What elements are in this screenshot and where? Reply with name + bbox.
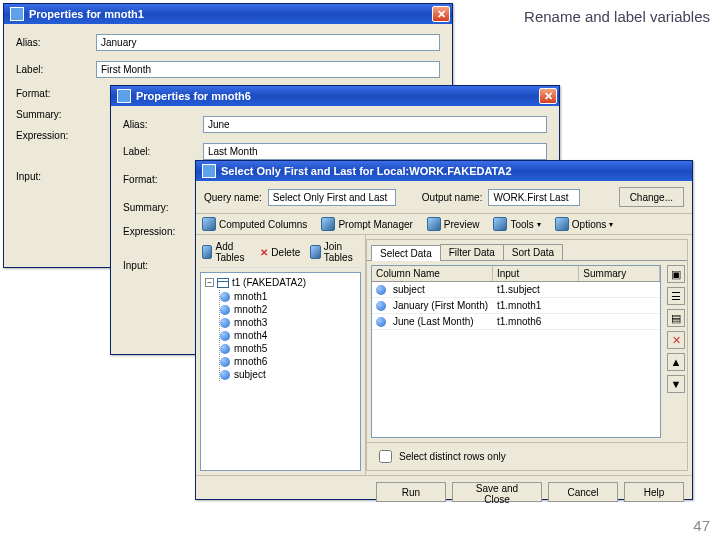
tree-item[interactable]: mnoth4	[220, 329, 356, 342]
summary-label: Summary:	[16, 109, 96, 120]
alias-input[interactable]	[203, 116, 547, 133]
selectall-icon: ▣	[671, 268, 681, 281]
grid-header-summary[interactable]: Summary	[579, 266, 660, 281]
distinct-checkbox[interactable]	[379, 450, 392, 463]
table-icon	[217, 278, 229, 288]
preview-button[interactable]: Preview	[427, 217, 480, 231]
grid-header-column-name[interactable]: Column Name	[372, 266, 493, 281]
summary-label: Summary:	[123, 202, 203, 213]
tab-filter-data[interactable]: Filter Data	[440, 244, 504, 260]
column-icon	[220, 370, 230, 380]
change-button[interactable]: Change...	[619, 187, 684, 207]
options-menu[interactable]: Options	[555, 217, 613, 231]
distinct-label: Select distinct rows only	[399, 451, 506, 462]
add-tables-button[interactable]: Add Tables	[202, 241, 250, 263]
tree-item[interactable]: mnoth1	[220, 290, 356, 303]
run-button[interactable]: Run	[376, 482, 446, 502]
query-name-label: Query name:	[204, 192, 262, 203]
tree-item[interactable]: mnoth2	[220, 303, 356, 316]
join-tables-icon	[310, 245, 320, 259]
computed-columns-button[interactable]: Computed Columns	[202, 217, 307, 231]
cancel-button[interactable]: Cancel	[548, 482, 618, 502]
page-number: 47	[693, 517, 710, 534]
delete-icon: ✕	[260, 247, 268, 258]
add-button[interactable]: ▤	[667, 309, 685, 327]
query-name-input[interactable]	[268, 189, 396, 206]
expression-label: Expression:	[16, 130, 96, 141]
tree-item[interactable]: subject	[220, 368, 356, 381]
tree-item[interactable]: mnoth6	[220, 355, 356, 368]
column-icon	[376, 285, 386, 295]
format-label: Format:	[16, 88, 96, 99]
tree-item[interactable]: mnoth3	[220, 316, 356, 329]
delete-button[interactable]: ✕Delete	[260, 241, 300, 263]
input-label: Input:	[16, 171, 96, 182]
window-title: Properties for mnoth6	[136, 90, 251, 102]
tools-icon	[493, 217, 507, 231]
tab-sort-data[interactable]: Sort Data	[503, 244, 563, 260]
grid-row[interactable]: June (Last Month) t1.mnoth6	[372, 314, 660, 330]
format-label: Format:	[123, 174, 203, 185]
window-icon	[117, 89, 131, 103]
window-title: Properties for mnoth1	[29, 8, 144, 20]
column-icon	[220, 344, 230, 354]
tree-item[interactable]: mnoth5	[220, 342, 356, 355]
select-all-button[interactable]: ▣	[667, 265, 685, 283]
window-title: Select Only First and Last for Local:WOR…	[221, 165, 512, 177]
tables-pane: Add Tables ✕Delete Join Tables − t1 (FAK…	[196, 235, 366, 475]
properties-icon: ☰	[671, 290, 681, 303]
close-button[interactable]: ✕	[539, 88, 557, 104]
query-builder-window: Select Only First and Last for Local:WOR…	[195, 160, 693, 500]
prompt-manager-button[interactable]: Prompt Manager	[321, 217, 412, 231]
tab-select-data[interactable]: Select Data	[371, 245, 441, 261]
preview-icon	[427, 217, 441, 231]
help-button[interactable]: Help	[624, 482, 684, 502]
label-input[interactable]	[96, 61, 440, 78]
window-icon	[202, 164, 216, 178]
slide-title: Rename and label variables	[524, 8, 710, 25]
column-icon	[376, 301, 386, 311]
label-input[interactable]	[203, 143, 547, 160]
move-up-button[interactable]: ▲	[667, 353, 685, 371]
add-tables-icon	[202, 245, 212, 259]
alias-input[interactable]	[96, 34, 440, 51]
grid-row[interactable]: subject t1.subject	[372, 282, 660, 298]
remove-button[interactable]: ✕	[667, 331, 685, 349]
column-icon	[376, 317, 386, 327]
grid-header-input[interactable]: Input	[493, 266, 579, 281]
tree-root-label: t1 (FAKEDATA2)	[232, 277, 306, 288]
properties-button[interactable]: ☰	[667, 287, 685, 305]
label-label: Label:	[16, 64, 96, 75]
tools-menu[interactable]: Tools	[493, 217, 540, 231]
options-icon	[555, 217, 569, 231]
input-label: Input:	[123, 260, 203, 271]
column-icon	[220, 318, 230, 328]
up-icon: ▲	[671, 356, 682, 368]
close-button[interactable]: ✕	[432, 6, 450, 22]
column-icon	[220, 331, 230, 341]
computed-columns-icon	[202, 217, 216, 231]
add-icon: ▤	[671, 312, 681, 325]
column-icon	[220, 305, 230, 315]
save-close-button[interactable]: Save and Close	[452, 482, 542, 502]
column-icon	[220, 357, 230, 367]
grid-row[interactable]: January (First Month) t1.mnoth1	[372, 298, 660, 314]
collapse-icon[interactable]: −	[205, 278, 214, 287]
alias-label: Alias:	[16, 37, 96, 48]
output-name-label: Output name:	[422, 192, 483, 203]
window-icon	[10, 7, 24, 21]
output-name-input[interactable]	[488, 189, 580, 206]
columns-grid[interactable]: Column Name Input Summary subject t1.sub…	[371, 265, 661, 438]
label-label: Label:	[123, 146, 203, 157]
down-icon: ▼	[671, 378, 682, 390]
column-icon	[220, 292, 230, 302]
expression-label: Expression:	[123, 226, 203, 237]
remove-icon: ✕	[672, 334, 681, 347]
prompt-manager-icon	[321, 217, 335, 231]
join-tables-button[interactable]: Join Tables	[310, 241, 359, 263]
alias-label: Alias:	[123, 119, 203, 130]
move-down-button[interactable]: ▼	[667, 375, 685, 393]
table-tree[interactable]: − t1 (FAKEDATA2) mnoth1 mnoth2 mnoth3 mn…	[200, 272, 361, 471]
